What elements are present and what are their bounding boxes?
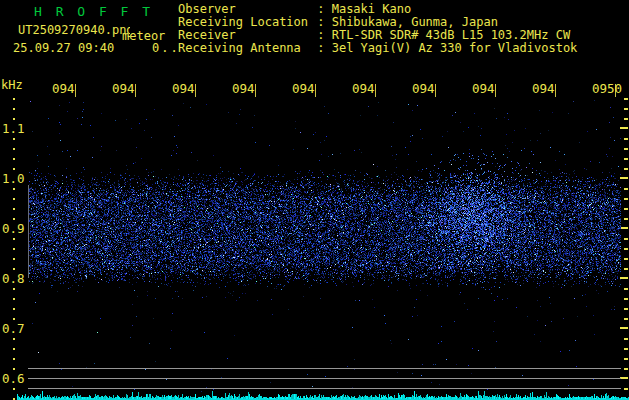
baseline-grid-line <box>28 388 621 389</box>
freq-minor-tick <box>13 98 15 100</box>
band-edge-marker <box>28 185 29 278</box>
time-tick-mark <box>495 84 496 97</box>
count-readout: 0.. <box>152 41 180 55</box>
freq-minor-tick <box>13 218 15 220</box>
freq-minor-tick <box>13 288 15 290</box>
freq-minor-tick <box>13 318 15 320</box>
freq-minor-tick <box>624 138 628 140</box>
freq-minor-tick <box>13 238 15 240</box>
freq-minor-tick <box>13 108 15 110</box>
freq-minor-tick <box>624 308 628 310</box>
station-info-row: Receiving Antenna : 3el Yagi(V) Az 330 f… <box>178 42 577 55</box>
app-title: H R O F F T <box>34 4 153 19</box>
freq-minor-tick <box>13 148 15 150</box>
time-tick-label: 0944 <box>232 81 255 94</box>
freq-minor-tick <box>624 168 628 170</box>
time-tick-label: 0948 <box>472 81 495 94</box>
freq-minor-tick <box>13 208 15 210</box>
freq-major-tick <box>620 127 628 129</box>
time-tick-mark <box>435 84 436 97</box>
freq-minor-tick <box>624 318 628 320</box>
freq-minor-tick <box>13 248 15 250</box>
datetime-label: 25.09.27 09:40 <box>13 41 114 55</box>
freq-minor-tick <box>624 148 628 150</box>
time-tick-mark <box>75 84 76 97</box>
time-tick-label: 0943 <box>172 81 195 94</box>
time-tick-label: 0950 <box>592 81 623 94</box>
freq-minor-tick <box>13 158 15 160</box>
freq-tick-label: 0.8 <box>2 271 25 286</box>
info-label: Receiving Antenna <box>178 42 310 55</box>
freq-minor-tick <box>624 348 628 350</box>
time-tick-mark <box>255 84 256 97</box>
freq-minor-tick <box>624 108 628 110</box>
freq-tick-label: 1.1 <box>2 121 25 136</box>
time-tick-label: 0946 <box>352 81 375 94</box>
freq-minor-tick <box>13 348 15 350</box>
y-axis-unit: kHz <box>1 78 23 92</box>
freq-minor-tick <box>624 358 628 360</box>
freq-minor-tick <box>13 258 15 260</box>
time-tick-label: 0942 <box>112 81 135 94</box>
freq-minor-tick <box>624 238 628 240</box>
freq-minor-tick <box>13 188 15 190</box>
freq-minor-tick <box>13 138 15 140</box>
info-value: 3el Yagi(V) Az 330 for Vladivostok <box>332 42 578 55</box>
freq-minor-tick <box>624 98 628 100</box>
spectrogram-canvas <box>28 100 621 400</box>
info-separator: : <box>310 42 332 55</box>
freq-major-tick <box>620 177 628 179</box>
freq-minor-tick <box>13 358 15 360</box>
output-filename: UT2509270940.png <box>18 23 130 37</box>
freq-minor-tick <box>624 158 628 160</box>
freq-minor-tick <box>624 198 628 200</box>
freq-minor-tick <box>13 338 15 340</box>
freq-minor-tick <box>13 118 15 120</box>
freq-tick-label: 0.6 <box>2 371 25 386</box>
hrofft-output: H R O F F T UT2509270940.png meteor 25.0… <box>0 0 629 400</box>
freq-tick-label: 1.0 <box>2 171 25 186</box>
time-tick-label: 0949 <box>532 81 555 94</box>
freq-minor-tick <box>624 208 628 210</box>
time-tick-mark <box>195 84 196 97</box>
freq-minor-tick <box>13 168 15 170</box>
freq-major-tick <box>620 227 628 229</box>
freq-minor-tick <box>624 188 628 190</box>
time-tick-label: 0945 <box>292 81 315 94</box>
time-tick-mark <box>375 84 376 97</box>
freq-tick-label: 0.9 <box>2 221 25 236</box>
freq-minor-tick <box>13 388 15 390</box>
freq-minor-tick <box>13 298 15 300</box>
freq-minor-tick <box>13 198 15 200</box>
freq-minor-tick <box>624 338 628 340</box>
time-tick-mark <box>315 84 316 97</box>
freq-minor-tick <box>624 258 628 260</box>
time-tick-label: 0941 <box>52 81 75 94</box>
freq-minor-tick <box>624 218 628 220</box>
freq-minor-tick <box>13 308 15 310</box>
signal-level-strip <box>17 390 629 400</box>
time-tick-mark <box>555 84 556 97</box>
freq-major-tick <box>620 277 628 279</box>
freq-minor-tick <box>624 288 628 290</box>
freq-minor-tick <box>13 268 15 270</box>
time-tick-mark <box>615 84 616 97</box>
freq-minor-tick <box>13 368 15 370</box>
time-tick-label: 0947 <box>412 81 435 94</box>
freq-major-tick <box>620 377 628 379</box>
baseline-grid-line <box>28 378 621 379</box>
freq-major-tick <box>620 327 628 329</box>
freq-minor-tick <box>624 118 628 120</box>
freq-minor-tick <box>624 268 628 270</box>
freq-minor-tick <box>624 298 628 300</box>
station-info: Observer : Masaki KanoReceiving Location… <box>178 3 577 55</box>
freq-minor-tick <box>624 368 628 370</box>
time-tick-mark <box>135 84 136 97</box>
freq-tick-label: 0.7 <box>2 321 25 336</box>
baseline-grid-line <box>28 368 621 369</box>
freq-minor-tick <box>624 248 628 250</box>
